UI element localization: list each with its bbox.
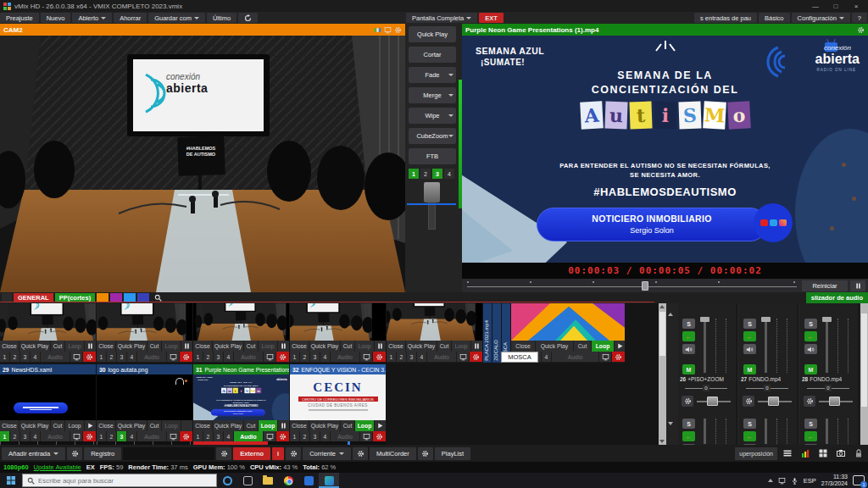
pause-button[interactable] xyxy=(850,280,865,291)
cut-transition-button[interactable]: Cortar xyxy=(409,47,456,63)
audio-button[interactable]: Audio xyxy=(331,431,359,441)
volume-fader-track[interactable] xyxy=(765,419,767,444)
pan-slider[interactable]: 0 xyxy=(746,385,788,391)
monitor-icon[interactable] xyxy=(360,352,372,362)
scroll-down-icon[interactable] xyxy=(659,440,665,443)
input-thumbnail[interactable]: CECIN CENTRO DE CORREDORES INMOBILIARIOS… xyxy=(290,374,386,420)
inputs-scrollbar[interactable] xyxy=(659,303,666,445)
app-button[interactable] xyxy=(298,473,319,488)
volume-fader-track[interactable] xyxy=(704,419,706,444)
gear-icon[interactable] xyxy=(83,352,96,362)
cut-button[interactable]: Cut xyxy=(244,420,258,431)
monitor-icon[interactable] xyxy=(70,352,82,362)
close-button[interactable]: Close xyxy=(290,420,309,431)
cut-button[interactable]: Cut xyxy=(51,341,64,352)
playlist-button[interactable]: PlayList xyxy=(435,447,470,460)
snapshot-button[interactable] xyxy=(833,447,849,460)
cut-button[interactable]: Cut xyxy=(51,420,64,431)
gear-icon[interactable] xyxy=(83,431,96,441)
overlay-4-button[interactable]: 4 xyxy=(127,352,136,362)
monitor-icon[interactable] xyxy=(384,26,392,34)
language-indicator[interactable]: ESP xyxy=(804,477,816,485)
overlay-1-button[interactable]: 1 xyxy=(387,352,396,362)
playlist-settings-button[interactable] xyxy=(418,447,433,460)
close-button[interactable]: Close xyxy=(387,341,405,352)
close-button[interactable]: Close xyxy=(0,341,19,352)
gear-icon[interactable] xyxy=(612,352,625,362)
overlay-4-toggle[interactable]: 4 xyxy=(444,169,454,179)
start-button[interactable] xyxy=(0,473,22,488)
quick-play-transition-button[interactable]: Quick Play xyxy=(409,26,456,42)
pan-slider[interactable]: 0 xyxy=(685,385,727,391)
restart-button[interactable]: Reiniciar xyxy=(802,280,848,291)
volume-fader-track[interactable] xyxy=(826,319,828,373)
menu-button[interactable] xyxy=(780,447,795,460)
quick-play-button[interactable]: Quick Play xyxy=(213,420,243,431)
overlay-4-button[interactable]: 4 xyxy=(127,431,136,441)
solo-button[interactable]: S xyxy=(682,319,695,329)
loop-button[interactable]: Loop xyxy=(355,420,374,431)
gain-handle[interactable] xyxy=(829,396,840,406)
master-bus-button[interactable]: M xyxy=(804,364,817,374)
overlay-1-button[interactable]: 1 xyxy=(193,352,203,362)
quick-play-button[interactable]: Quick Play xyxy=(116,341,147,352)
scroll-up-icon[interactable] xyxy=(659,305,665,308)
overlay-3-button[interactable]: 3 xyxy=(310,431,320,441)
quick-play-button[interactable]: Quick Play xyxy=(213,341,243,352)
mixer-scrollbar[interactable] xyxy=(860,303,868,445)
overlay-2-button[interactable]: 2 xyxy=(300,431,309,441)
quick-play-button[interactable]: Quick Play xyxy=(19,420,50,431)
task-view-button[interactable] xyxy=(237,473,258,488)
external-output-button[interactable]: Externo xyxy=(233,447,270,460)
colorbars-icon[interactable] xyxy=(374,26,381,34)
monitor-icon[interactable] xyxy=(264,352,275,362)
merge-transition-button[interactable]: Merge xyxy=(409,87,456,103)
overlay-2-toggle[interactable]: 2 xyxy=(420,169,431,179)
overlay-label[interactable]: uperposición xyxy=(735,447,777,460)
scroll-down-icon[interactable] xyxy=(668,422,673,433)
pause-button[interactable] xyxy=(85,341,96,352)
camera-thumbnail[interactable] xyxy=(97,303,192,341)
overlay-2-button[interactable]: 2 xyxy=(397,352,406,362)
pause-button[interactable] xyxy=(181,341,192,352)
cut-button[interactable]: Cut xyxy=(341,341,354,352)
audio-button[interactable]: Audio xyxy=(552,352,598,362)
bus-arrow-button[interactable]: ← xyxy=(804,331,817,341)
close-button[interactable]: Close xyxy=(97,420,115,431)
t-bar-fader[interactable] xyxy=(408,182,455,233)
close-button[interactable]: Close xyxy=(511,341,535,352)
overlay-3-button[interactable]: 3 xyxy=(117,431,126,441)
monitor-icon[interactable] xyxy=(70,431,82,441)
play-button[interactable] xyxy=(85,420,96,431)
cut-button[interactable]: Cut xyxy=(147,341,161,352)
search-input[interactable] xyxy=(38,477,199,485)
overlay-3-button[interactable]: 3 xyxy=(310,352,320,362)
overlay-4-button[interactable]: 4 xyxy=(31,431,40,441)
gear-icon[interactable] xyxy=(373,352,386,362)
close-button[interactable]: Close xyxy=(193,420,212,431)
overlay-2-button[interactable]: 2 xyxy=(107,352,116,362)
audio-button[interactable]: Audio xyxy=(331,352,359,362)
audio-button[interactable]: Audio xyxy=(41,431,70,441)
overlay-4-button[interactable]: 4 xyxy=(417,352,426,362)
bus-arrow-button[interactable]: ← xyxy=(743,431,756,441)
monitor-icon[interactable] xyxy=(167,431,179,441)
overlay-2-button[interactable]: 2 xyxy=(203,431,213,441)
overlay-1-button[interactable]: 1 xyxy=(0,431,9,441)
audio-meters-button[interactable] xyxy=(798,447,813,460)
loop-button[interactable]: Loop xyxy=(259,341,277,352)
menu-ahorrar[interactable]: Ahorrar xyxy=(114,13,147,23)
channel-gear-button[interactable] xyxy=(804,396,815,407)
bus-arrow-button[interactable]: ← xyxy=(743,331,756,341)
loop-button[interactable]: Loop xyxy=(452,341,470,352)
gear-icon[interactable] xyxy=(470,352,482,362)
overlay-2-button[interactable]: 2 xyxy=(203,352,213,362)
cortana-button[interactable] xyxy=(217,473,237,488)
gear-icon[interactable] xyxy=(276,431,289,441)
input-thumbnail[interactable] xyxy=(97,374,192,420)
input-title[interactable]: 30logo autata.png xyxy=(97,364,192,374)
monitor-icon[interactable] xyxy=(264,431,275,441)
menu-guardar-como[interactable]: Guardar com xyxy=(148,13,205,23)
menu-nuevo[interactable]: Nuevo xyxy=(41,13,71,23)
close-button[interactable]: Close xyxy=(97,341,115,352)
